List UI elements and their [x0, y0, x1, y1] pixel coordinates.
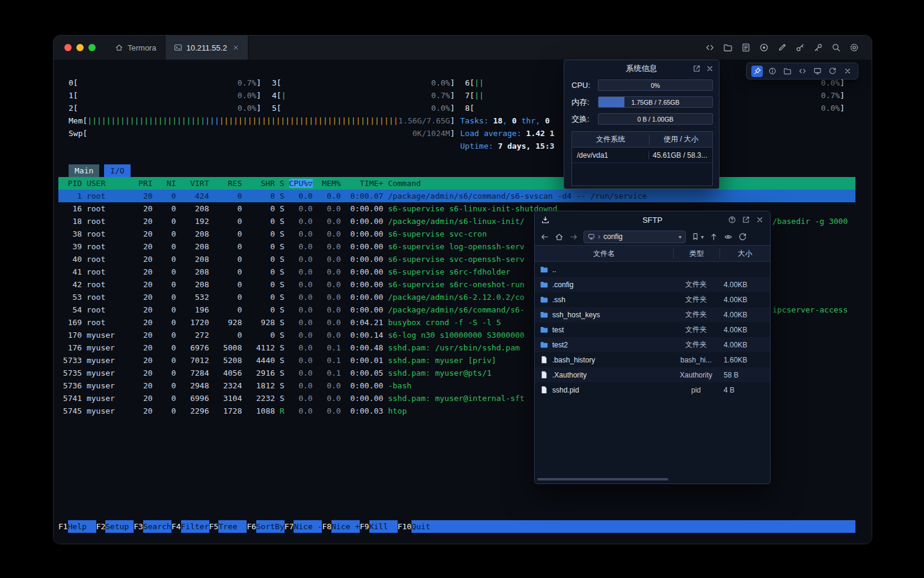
edit-button[interactable] [777, 42, 787, 53]
file-row-test[interactable]: test文件夹4.00KB [535, 322, 770, 337]
titlebar-actions [704, 36, 872, 60]
file-type: 文件夹 [673, 309, 719, 320]
file-name: test [552, 326, 564, 334]
code-button[interactable] [704, 42, 715, 53]
file-row-..[interactable]: .. [535, 262, 770, 277]
detach-panel-icon[interactable] [692, 64, 701, 73]
zoom-window-button[interactable] [88, 44, 96, 51]
settings-button[interactable] [849, 42, 860, 53]
swap-bar: 0 B / 1.00GB [598, 113, 713, 125]
htop-function-bar: F1Help F2Setup F3SearchF4FilterF5Tree F6… [58, 520, 855, 533]
tab-termora[interactable]: Termora [106, 36, 165, 60]
widget-display-button[interactable] [812, 66, 823, 77]
new-tab-button[interactable] [248, 36, 270, 60]
file-row-ssh_host_keys[interactable]: ssh_host_keys文件夹4.00KB [535, 307, 770, 322]
bookmark-icon [691, 232, 700, 241]
close-sftp-icon[interactable] [756, 216, 764, 224]
record-button[interactable] [759, 42, 769, 53]
fn-f9-kill[interactable]: F9Kill [360, 520, 398, 533]
search-button[interactable] [831, 42, 842, 53]
widget-pin-button[interactable] [751, 66, 763, 77]
widget-code-button[interactable] [796, 66, 808, 77]
tab-10-211-55-2[interactable]: 10.211.55.2 [165, 36, 249, 60]
process-table-header[interactable]: PID USER PRI NI VIRT RES SHR S CPU%▽ MEM… [58, 177, 855, 190]
floating-widget-toolbar [746, 63, 858, 79]
column-filename[interactable]: 文件名 [535, 249, 674, 259]
cpu-meter-5: 5[0.0%] [272, 102, 455, 114]
fn-f1-help[interactable]: F1Help [58, 520, 96, 533]
key-button[interactable] [795, 42, 805, 53]
file-name: .. [552, 266, 556, 274]
cpu-meter-3: 3[0.0%] [272, 76, 455, 89]
parent-dir-icon[interactable] [709, 232, 718, 241]
folder-icon [783, 67, 792, 75]
close-window-button[interactable] [64, 44, 72, 51]
sort-column-cpu[interactable]: CPU%▽ [289, 179, 313, 188]
sftp-titlebar: SFTP [535, 211, 770, 228]
folder-fill-icon [540, 325, 549, 334]
widget-info-button[interactable] [766, 66, 778, 77]
widget-refresh-button[interactable] [827, 66, 838, 77]
folder-fill-icon [540, 310, 549, 319]
swap-value: 0 B / 1.00GB [599, 114, 712, 124]
close-tab-icon[interactable] [232, 44, 239, 51]
show-hidden-icon[interactable] [724, 232, 733, 241]
detach-sftp-icon[interactable] [742, 216, 750, 224]
load-average: Load average: 1.42 1 [460, 127, 555, 140]
swap-metric: 交换:0 B / 1.00GB [564, 111, 719, 128]
memory-meter: Mem[||||||||||||||||||||||||||||||||||||… [69, 114, 455, 127]
home-icon[interactable] [555, 232, 564, 241]
column-size[interactable]: 大小 [720, 249, 770, 259]
fn-f4-filter[interactable]: F4Filter [171, 520, 209, 533]
fn-f3-search[interactable]: F3Search [134, 520, 171, 533]
log-button[interactable] [741, 42, 751, 53]
pin-icon [753, 67, 762, 75]
folder-fill-icon [540, 340, 549, 349]
back-icon[interactable] [540, 232, 549, 241]
help-icon[interactable] [728, 216, 736, 224]
cpu-meter-0: 0[0.7%] [69, 76, 261, 89]
fn-f5-tree[interactable]: F5Tree [209, 520, 247, 533]
fn-f10-quit[interactable]: F10Quit [398, 520, 440, 533]
process-row-1[interactable]: 1 root 20 0 424 0 0 S 0.0 0.0 0:00.07 /p… [58, 190, 855, 202]
fn-f8-nice[interactable]: F8Nice + [322, 520, 360, 533]
forward-icon[interactable] [569, 232, 578, 241]
fn-f2-setup[interactable]: F2Setup [96, 520, 134, 533]
file-row-.Xauthority[interactable]: .XauthorityXauthority58 B [535, 367, 770, 382]
file-name: sshd.pid [552, 386, 579, 394]
widget-folder-button[interactable] [781, 66, 793, 77]
path-selector[interactable]: › config ▾ [584, 231, 686, 243]
minimize-window-button[interactable] [76, 44, 84, 51]
column-type[interactable]: 类型 [674, 249, 720, 259]
search-icon [831, 43, 841, 52]
htop-screen-tabs: MainI/O [69, 164, 855, 177]
horizontal-scrollbar-thumb[interactable] [537, 478, 668, 480]
file-row-sshd.pid[interactable]: sshd.pidpid4 B [535, 382, 770, 397]
fn-f6-sortby[interactable]: F6SortBy [247, 520, 285, 533]
cpu-label: CPU: [571, 81, 593, 90]
file-type: 文件夹 [673, 340, 719, 350]
file-row-.config[interactable]: .config文件夹4.00KB [535, 277, 770, 292]
cpu-metric: CPU:0% [564, 77, 719, 94]
tasks-summary: Tasks: 18, 0 thr, 0 [460, 114, 550, 127]
file-row-.bash_history[interactable]: .bash_historybash_hi...1.60KB [535, 352, 770, 367]
disk-row[interactable]: /dev/vda145.61GB / 58.3... [572, 148, 712, 163]
widget-close-button[interactable] [842, 66, 853, 77]
keychain-button[interactable] [813, 42, 824, 53]
folder-button[interactable] [722, 42, 733, 53]
fn-f7-nice[interactable]: F7Nice - [285, 520, 322, 533]
refresh-icon[interactable] [738, 232, 747, 241]
disk-table-header: 文件系统使用 / 大小 [572, 132, 712, 148]
htop-tab-main[interactable]: Main [69, 164, 99, 177]
bookmarks-button[interactable]: ▾ [691, 232, 704, 241]
htop-tab-io[interactable]: I/O [104, 164, 130, 177]
close-panel-icon[interactable] [706, 64, 714, 73]
file-name: ssh_host_keys [552, 311, 600, 319]
file-size: 4 B [719, 386, 770, 394]
path-dropdown-icon[interactable]: ▾ [679, 234, 682, 240]
file-name: .ssh [552, 296, 565, 304]
file-type: 文件夹 [673, 279, 719, 290]
file-name: .config [552, 281, 573, 289]
file-row-test2[interactable]: test2文件夹4.00KB [535, 337, 770, 352]
file-row-.ssh[interactable]: .ssh文件夹4.00KB [535, 292, 770, 307]
